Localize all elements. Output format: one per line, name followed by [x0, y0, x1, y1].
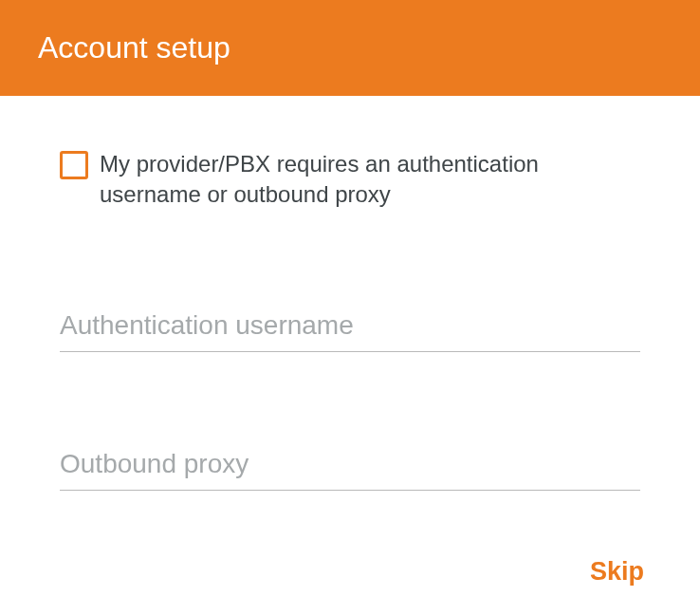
auth-username-input[interactable] [60, 305, 640, 352]
footer-actions: Skip [0, 550, 700, 594]
advanced-options-label: My provider/PBX requires an authenticati… [100, 149, 640, 210]
advanced-options-checkbox[interactable] [60, 151, 88, 179]
auth-username-group [60, 305, 640, 352]
outbound-proxy-input[interactable] [60, 443, 640, 491]
page-title: Account setup [38, 30, 230, 65]
advanced-options-row: My provider/PBX requires an authenticati… [60, 149, 640, 210]
app-header: Account setup [0, 0, 700, 96]
skip-button[interactable]: Skip [586, 550, 648, 594]
outbound-proxy-group [60, 443, 640, 491]
content-area: My provider/PBX requires an authenticati… [0, 96, 700, 491]
